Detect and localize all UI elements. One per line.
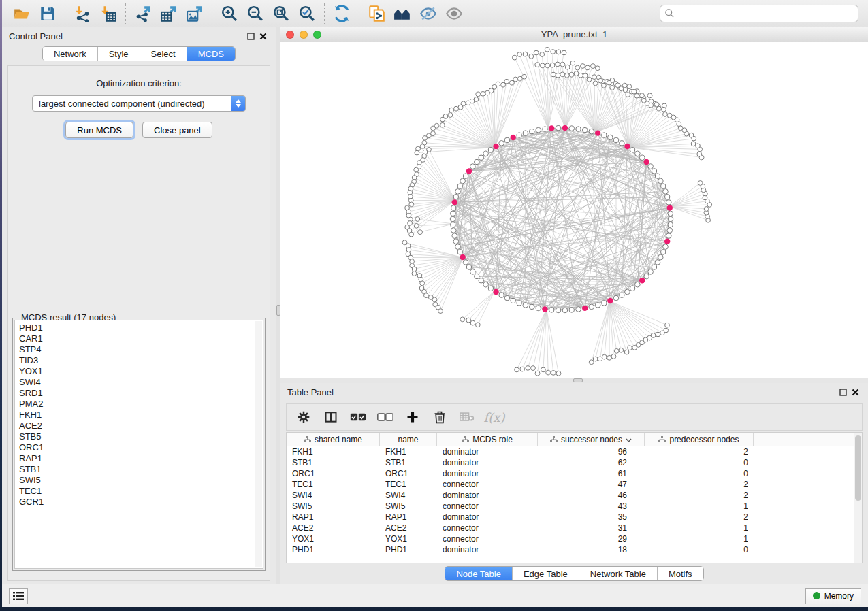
network-leaf-node[interactable] xyxy=(592,75,597,80)
network-leaf-node[interactable] xyxy=(540,52,545,57)
network-mcds-node[interactable] xyxy=(452,199,457,205)
network-node[interactable] xyxy=(602,301,607,306)
table-row[interactable]: STB1STB1dominator620 xyxy=(287,457,862,468)
table-row[interactable]: FKH1FKH1dominator962 xyxy=(287,446,862,457)
network-leaf-node[interactable] xyxy=(634,93,639,98)
export-network-button[interactable] xyxy=(130,3,156,24)
cell-shared_name[interactable]: ORC1 xyxy=(287,469,380,478)
network-node[interactable] xyxy=(655,260,660,265)
network-node[interactable] xyxy=(457,184,463,189)
network-node[interactable] xyxy=(499,293,504,298)
network-leaf-node[interactable] xyxy=(509,80,514,85)
network-leaf-node[interactable] xyxy=(640,93,645,98)
network-leaf-node[interactable] xyxy=(501,82,506,87)
network-leaf-node[interactable] xyxy=(415,217,420,222)
network-node[interactable] xyxy=(543,127,548,132)
network-node[interactable] xyxy=(523,303,528,308)
mcds-result-item[interactable]: SRD1 xyxy=(19,388,263,399)
save-session-button[interactable] xyxy=(35,3,61,24)
network-leaf-node[interactable] xyxy=(409,232,414,237)
network-mcds-node[interactable] xyxy=(466,168,472,174)
network-leaf-node[interactable] xyxy=(665,323,670,327)
cell-role[interactable]: dominator xyxy=(437,512,538,522)
network-node[interactable] xyxy=(663,189,669,195)
criterion-dropdown[interactable]: largest connected component (undirected) xyxy=(32,95,246,112)
network-mcds-node[interactable] xyxy=(639,278,645,283)
network-node[interactable] xyxy=(499,140,504,146)
network-node[interactable] xyxy=(666,200,671,205)
zoom-selected-button[interactable] xyxy=(294,3,320,24)
network-leaf-node[interactable] xyxy=(593,357,598,361)
network-node[interactable] xyxy=(660,250,666,255)
network-node[interactable] xyxy=(639,155,645,161)
network-leaf-node[interactable] xyxy=(523,52,528,56)
export-image-button[interactable] xyxy=(182,3,208,24)
network-leaf-node[interactable] xyxy=(562,50,566,55)
mcds-result-item[interactable]: STB1 xyxy=(19,464,263,475)
network-node[interactable] xyxy=(451,211,456,216)
tab-style[interactable]: Style xyxy=(98,47,140,61)
copy-network-button[interactable] xyxy=(364,3,389,24)
cell-role[interactable]: dominator xyxy=(437,458,538,467)
network-leaf-node[interactable] xyxy=(409,202,414,207)
cell-predecessors[interactable]: 1 xyxy=(645,534,754,544)
network-node[interactable] xyxy=(460,178,466,184)
network-node[interactable] xyxy=(576,127,581,132)
network-node[interactable] xyxy=(504,295,510,301)
mcds-result-item[interactable]: ORC1 xyxy=(19,442,263,453)
table-row[interactable]: ORC1ORC1dominator610 xyxy=(287,468,862,479)
cell-name[interactable]: STB1 xyxy=(380,458,437,467)
network-mcds-node[interactable] xyxy=(460,254,465,260)
network-leaf-node[interactable] xyxy=(414,167,419,172)
vertical-splitter[interactable] xyxy=(276,27,280,584)
network-node[interactable] xyxy=(663,244,669,250)
table-panel-close-button[interactable] xyxy=(849,386,861,398)
network-leaf-node[interactable] xyxy=(667,113,672,118)
import-network-button[interactable] xyxy=(69,3,95,24)
refresh-button[interactable] xyxy=(329,3,355,24)
cell-successors[interactable]: 61 xyxy=(538,469,645,478)
network-node[interactable] xyxy=(569,308,575,313)
mcds-result-item[interactable]: STP4 xyxy=(19,344,263,355)
run-mcds-button[interactable]: Run MCDS xyxy=(65,122,133,138)
network-leaf-node[interactable] xyxy=(534,50,539,55)
network-node[interactable] xyxy=(517,133,522,138)
network-node[interactable] xyxy=(488,286,494,291)
network-leaf-node[interactable] xyxy=(420,281,425,286)
network-node[interactable] xyxy=(463,260,468,265)
table-row[interactable]: RAP1RAP1dominator352 xyxy=(287,512,862,523)
network-leaf-node[interactable] xyxy=(535,63,540,67)
control-panel-float-button[interactable] xyxy=(244,30,257,42)
network-leaf-node[interactable] xyxy=(448,113,453,118)
mcds-result-item[interactable]: TID3 xyxy=(19,355,263,366)
network-mcds-node[interactable] xyxy=(542,306,547,312)
horizontal-splitter-grip[interactable] xyxy=(573,378,583,382)
network-leaf-node[interactable] xyxy=(529,54,534,59)
network-mcds-node[interactable] xyxy=(667,205,673,210)
network-node[interactable] xyxy=(668,222,673,227)
cell-name[interactable]: PHD1 xyxy=(380,545,437,555)
network-leaf-node[interactable] xyxy=(641,98,646,103)
network-leaf-node[interactable] xyxy=(647,93,652,98)
search-input[interactable] xyxy=(675,8,854,18)
cell-successors[interactable]: 29 xyxy=(538,534,645,544)
cell-shared_name[interactable]: YOX1 xyxy=(287,534,380,544)
network-leaf-node[interactable] xyxy=(418,230,423,235)
network-leaf-node[interactable] xyxy=(476,92,481,97)
network-node[interactable] xyxy=(451,222,456,227)
cell-name[interactable]: ACE2 xyxy=(380,523,437,533)
network-leaf-node[interactable] xyxy=(697,152,702,156)
network-node[interactable] xyxy=(556,125,561,131)
network-leaf-node[interactable] xyxy=(512,55,517,60)
network-node[interactable] xyxy=(556,308,561,313)
network-leaf-node[interactable] xyxy=(406,248,411,252)
show-columns-button[interactable] xyxy=(321,408,341,427)
delete-column-button[interactable] xyxy=(430,408,450,427)
network-leaf-node[interactable] xyxy=(585,65,590,70)
tab-network[interactable]: Network xyxy=(43,47,98,61)
cell-successors[interactable]: 18 xyxy=(538,545,645,555)
table-scrollbar-thumb[interactable] xyxy=(855,435,861,501)
cell-predecessors[interactable]: 2 xyxy=(645,512,754,522)
network-mcds-node[interactable] xyxy=(643,159,649,165)
table-row[interactable]: SWI5SWI5connector431 xyxy=(287,501,862,512)
